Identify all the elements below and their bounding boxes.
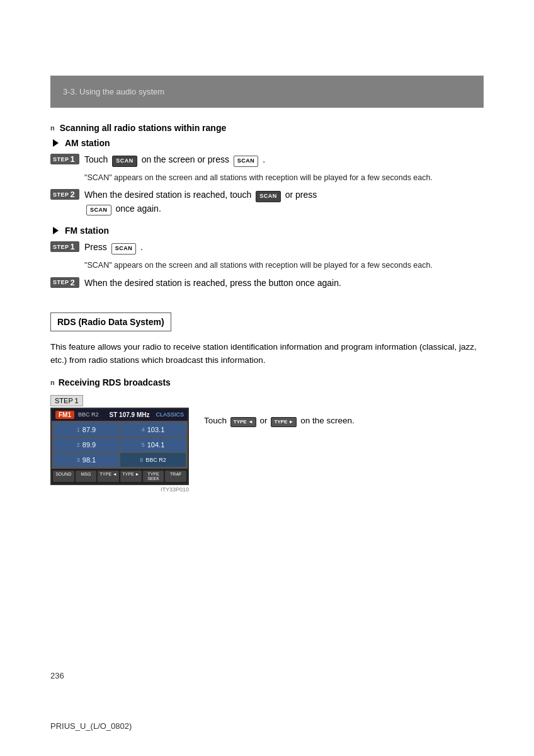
am-step2-mid: or press [285,190,317,200]
fm-step1-row: STEP 1 Press SCAN . [50,241,484,255]
step-num-fm1: 1 [71,242,75,251]
am-station-header: AM station [53,138,484,148]
bullet-n-2: n [50,379,55,386]
screen-container: STEP 1 FM1 BBC R2 ST 107.9 MHz [50,395,189,493]
radio-grid: 1 87.9 4 103.1 2 89.9 5 104.1 [52,421,188,469]
scan-badge-outline-1: SCAN [234,156,259,167]
step-label-fm2: STEP [53,279,69,285]
receiving-content: STEP 1 FM1 BBC R2 ST 107.9 MHz [50,395,484,493]
sound-btn[interactable]: SOUND [53,471,74,482]
screen-step-badge: STEP 1 [50,395,83,406]
type-fwd-btn[interactable]: TYPE ► [120,471,142,482]
radio-cell-4: 4 103.1 [120,423,186,437]
fm1-badge: FM1 [55,411,74,419]
step-label: STEP [53,156,69,163]
am-step1-badge: STEP 1 [50,154,79,164]
scan-badge-outline-fm1: SCAN [111,243,137,255]
rds-section-box: RDS (Radio Data System) [50,312,171,331]
am-step1-text: Touch SCAN on the screen or press SCAN . [84,153,484,167]
rds-box-label: RDS (Radio Data System) [57,317,164,327]
section-header: 3-3. Using the audio system [50,76,484,108]
scan-badge-outline-2: SCAN [86,205,111,216]
type-seek-btn[interactable]: TYPE SEEK [143,471,164,482]
radio-cell-2: 2 89.9 [54,438,119,452]
am-step1-middle: on the screen or press [142,154,232,164]
fm-step1-text: Press SCAN . [84,241,484,255]
fm-step1-end: . [140,242,143,252]
arrow-right-fm-icon [53,227,59,234]
step-label-fm1: STEP [53,244,69,250]
scan-badge-1: SCAN [112,156,137,167]
msg-btn[interactable]: MSG [76,471,97,482]
classics-label: CLASSICS [156,411,184,418]
radio-header: FM1 BBC R2 ST 107.9 MHz CLASSICS [52,409,188,421]
fm-step2-text: When the desired station is reached, pre… [84,277,484,290]
arrow-right-icon [53,139,59,147]
radio-station-name: BBC R2 [78,411,106,418]
am-step2-text: When the desired station is reached, tou… [84,188,484,215]
step-label-2: STEP [53,192,69,198]
traf-btn[interactable]: TRAF [165,471,186,482]
scanning-title-text: Scanning all radio stations within range [60,123,226,133]
radio-cell-5: 5 104.1 [120,438,186,452]
am-step2-pre: When the desired station is reached, tou… [84,190,254,200]
bullet-n: n [50,124,55,132]
am-step2-end: once again. [115,203,161,214]
am-step1-note: "SCAN" appears on the screen and all sta… [84,172,484,184]
fm-step2-badge: STEP 2 [50,277,79,288]
fm-step1-badge: STEP 1 [50,241,79,252]
radio-cell-6: 6 BBC R2 [120,453,186,467]
am-step2-badge: STEP 2 [50,189,79,200]
type-next-icon: TYPE ► [271,417,297,428]
am-step1-end: . [263,154,265,164]
radio-freq: ST 107.9 MHz [110,411,150,418]
radio-cell-3: 3 98.1 [54,453,119,467]
step-num-fm2: 2 [71,278,75,287]
radio-cell-1: 1 87.9 [54,423,119,437]
radio-screen: FM1 BBC R2 ST 107.9 MHz CLASSICS [50,408,189,485]
radio-footer: SOUND MSG TYPE ◄ TYPE ► TYPE SEEK TRAF [52,469,188,484]
header-label: 3-3. Using the audio system [63,87,164,96]
fm-station-header: FM station [53,226,484,236]
receiving-title-text: Receiving RDS broadcasts [59,377,171,387]
fm-station-label: FM station [65,226,109,236]
fm-step1-note: "SCAN" appears on the screen and all sta… [84,260,484,272]
type-back-btn[interactable]: TYPE ◄ [98,471,119,482]
touch-instruction: Touch TYPE ◄ or TYPE ► on the screen. [204,395,355,428]
main-content: n Scanning all radio stations within ran… [50,108,484,493]
am-station-label: AM station [65,138,110,148]
am-step1-row: STEP 1 Touch SCAN on the screen or press… [50,153,484,167]
page-number: 236 [50,671,64,680]
step-num-2: 2 [71,190,75,199]
footer-code: PRIUS_U_(L/O_0802) [50,721,132,731]
type-prev-icon: TYPE ◄ [230,417,256,428]
fm-step1-press: Press [84,242,110,252]
receiving-title: n Receiving RDS broadcasts [50,377,484,387]
am-step2-row: STEP 2 When the desired station is reach… [50,188,484,215]
scanning-section-title: n Scanning all radio stations within ran… [50,123,484,133]
am-step1-touch: Touch [84,154,110,164]
step-num: 1 [71,154,75,164]
scan-badge-2: SCAN [256,191,281,202]
screen-code: ITY33P010 [50,486,189,493]
rds-description: This feature allows your radio to receiv… [50,340,484,367]
fm-step2-row: STEP 2 When the desired station is reach… [50,277,484,290]
